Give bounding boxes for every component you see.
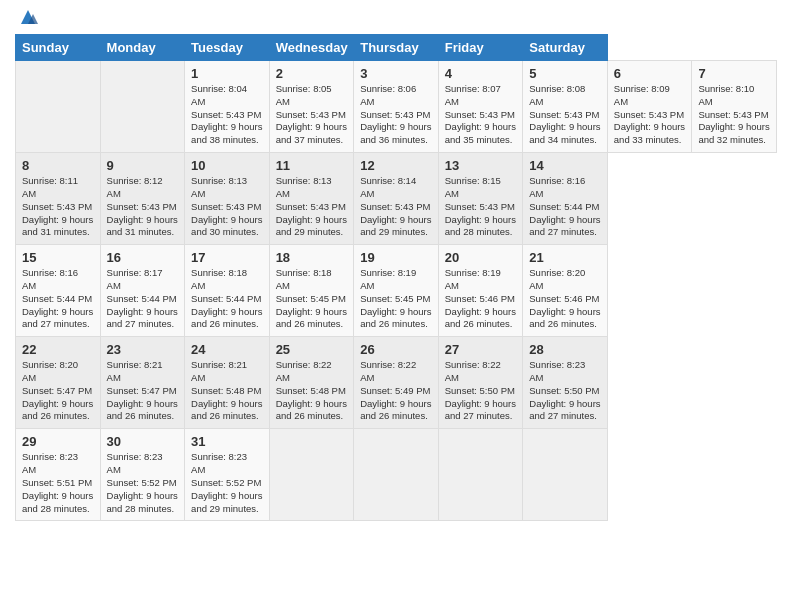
day-info: Sunrise: 8:23 AMSunset: 5:51 PMDaylight:… bbox=[22, 451, 93, 513]
calendar-week-5: 29 Sunrise: 8:23 AMSunset: 5:51 PMDaylig… bbox=[16, 429, 777, 521]
day-header-friday: Friday bbox=[438, 35, 523, 61]
calendar-week-2: 8 Sunrise: 8:11 AMSunset: 5:43 PMDayligh… bbox=[16, 153, 777, 245]
day-number: 23 bbox=[107, 342, 179, 357]
calendar-cell bbox=[269, 429, 354, 521]
calendar-cell bbox=[100, 61, 185, 153]
day-header-wednesday: Wednesday bbox=[269, 35, 354, 61]
calendar-cell: 30 Sunrise: 8:23 AMSunset: 5:52 PMDaylig… bbox=[100, 429, 185, 521]
day-number: 30 bbox=[107, 434, 179, 449]
calendar-cell bbox=[438, 429, 523, 521]
day-info: Sunrise: 8:17 AMSunset: 5:44 PMDaylight:… bbox=[107, 267, 178, 329]
day-number: 22 bbox=[22, 342, 94, 357]
calendar-cell: 20 Sunrise: 8:19 AMSunset: 5:46 PMDaylig… bbox=[438, 245, 523, 337]
day-number: 4 bbox=[445, 66, 517, 81]
calendar-cell: 15 Sunrise: 8:16 AMSunset: 5:44 PMDaylig… bbox=[16, 245, 101, 337]
day-info: Sunrise: 8:20 AMSunset: 5:47 PMDaylight:… bbox=[22, 359, 93, 421]
day-info: Sunrise: 8:19 AMSunset: 5:45 PMDaylight:… bbox=[360, 267, 431, 329]
day-header-thursday: Thursday bbox=[354, 35, 439, 61]
calendar-cell: 10 Sunrise: 8:13 AMSunset: 5:43 PMDaylig… bbox=[185, 153, 270, 245]
calendar-week-4: 22 Sunrise: 8:20 AMSunset: 5:47 PMDaylig… bbox=[16, 337, 777, 429]
day-number: 7 bbox=[698, 66, 770, 81]
calendar-cell bbox=[354, 429, 439, 521]
day-number: 15 bbox=[22, 250, 94, 265]
calendar-cell: 17 Sunrise: 8:18 AMSunset: 5:44 PMDaylig… bbox=[185, 245, 270, 337]
day-info: Sunrise: 8:21 AMSunset: 5:47 PMDaylight:… bbox=[107, 359, 178, 421]
calendar-week-3: 15 Sunrise: 8:16 AMSunset: 5:44 PMDaylig… bbox=[16, 245, 777, 337]
day-info: Sunrise: 8:06 AMSunset: 5:43 PMDaylight:… bbox=[360, 83, 431, 145]
day-info: Sunrise: 8:15 AMSunset: 5:43 PMDaylight:… bbox=[445, 175, 516, 237]
calendar-cell: 7 Sunrise: 8:10 AMSunset: 5:43 PMDayligh… bbox=[692, 61, 777, 153]
day-info: Sunrise: 8:22 AMSunset: 5:50 PMDaylight:… bbox=[445, 359, 516, 421]
day-info: Sunrise: 8:09 AMSunset: 5:43 PMDaylight:… bbox=[614, 83, 685, 145]
calendar-cell: 23 Sunrise: 8:21 AMSunset: 5:47 PMDaylig… bbox=[100, 337, 185, 429]
header bbox=[15, 10, 777, 28]
day-info: Sunrise: 8:22 AMSunset: 5:48 PMDaylight:… bbox=[276, 359, 347, 421]
calendar-cell: 6 Sunrise: 8:09 AMSunset: 5:43 PMDayligh… bbox=[607, 61, 692, 153]
day-info: Sunrise: 8:16 AMSunset: 5:44 PMDaylight:… bbox=[529, 175, 600, 237]
day-number: 13 bbox=[445, 158, 517, 173]
day-info: Sunrise: 8:23 AMSunset: 5:52 PMDaylight:… bbox=[191, 451, 262, 513]
calendar-header-row: SundayMondayTuesdayWednesdayThursdayFrid… bbox=[16, 35, 777, 61]
calendar-cell: 13 Sunrise: 8:15 AMSunset: 5:43 PMDaylig… bbox=[438, 153, 523, 245]
calendar-cell: 21 Sunrise: 8:20 AMSunset: 5:46 PMDaylig… bbox=[523, 245, 608, 337]
day-number: 1 bbox=[191, 66, 263, 81]
day-number: 10 bbox=[191, 158, 263, 173]
day-number: 2 bbox=[276, 66, 348, 81]
calendar-cell: 26 Sunrise: 8:22 AMSunset: 5:49 PMDaylig… bbox=[354, 337, 439, 429]
day-info: Sunrise: 8:18 AMSunset: 5:44 PMDaylight:… bbox=[191, 267, 262, 329]
day-number: 25 bbox=[276, 342, 348, 357]
day-number: 6 bbox=[614, 66, 686, 81]
calendar-cell: 2 Sunrise: 8:05 AMSunset: 5:43 PMDayligh… bbox=[269, 61, 354, 153]
calendar-cell: 5 Sunrise: 8:08 AMSunset: 5:43 PMDayligh… bbox=[523, 61, 608, 153]
day-number: 9 bbox=[107, 158, 179, 173]
day-number: 24 bbox=[191, 342, 263, 357]
day-info: Sunrise: 8:18 AMSunset: 5:45 PMDaylight:… bbox=[276, 267, 347, 329]
day-info: Sunrise: 8:05 AMSunset: 5:43 PMDaylight:… bbox=[276, 83, 347, 145]
day-info: Sunrise: 8:13 AMSunset: 5:43 PMDaylight:… bbox=[276, 175, 347, 237]
calendar-cell: 31 Sunrise: 8:23 AMSunset: 5:52 PMDaylig… bbox=[185, 429, 270, 521]
day-number: 18 bbox=[276, 250, 348, 265]
calendar-cell: 12 Sunrise: 8:14 AMSunset: 5:43 PMDaylig… bbox=[354, 153, 439, 245]
calendar-cell: 28 Sunrise: 8:23 AMSunset: 5:50 PMDaylig… bbox=[523, 337, 608, 429]
calendar-cell: 27 Sunrise: 8:22 AMSunset: 5:50 PMDaylig… bbox=[438, 337, 523, 429]
calendar-cell: 4 Sunrise: 8:07 AMSunset: 5:43 PMDayligh… bbox=[438, 61, 523, 153]
calendar-cell: 29 Sunrise: 8:23 AMSunset: 5:51 PMDaylig… bbox=[16, 429, 101, 521]
day-number: 11 bbox=[276, 158, 348, 173]
day-header-tuesday: Tuesday bbox=[185, 35, 270, 61]
day-info: Sunrise: 8:04 AMSunset: 5:43 PMDaylight:… bbox=[191, 83, 262, 145]
calendar-cell: 25 Sunrise: 8:22 AMSunset: 5:48 PMDaylig… bbox=[269, 337, 354, 429]
day-number: 12 bbox=[360, 158, 432, 173]
calendar-cell: 3 Sunrise: 8:06 AMSunset: 5:43 PMDayligh… bbox=[354, 61, 439, 153]
day-info: Sunrise: 8:10 AMSunset: 5:43 PMDaylight:… bbox=[698, 83, 769, 145]
calendar-week-1: 1 Sunrise: 8:04 AMSunset: 5:43 PMDayligh… bbox=[16, 61, 777, 153]
day-number: 17 bbox=[191, 250, 263, 265]
day-info: Sunrise: 8:20 AMSunset: 5:46 PMDaylight:… bbox=[529, 267, 600, 329]
calendar-cell: 22 Sunrise: 8:20 AMSunset: 5:47 PMDaylig… bbox=[16, 337, 101, 429]
day-number: 26 bbox=[360, 342, 432, 357]
calendar-cell bbox=[16, 61, 101, 153]
day-number: 31 bbox=[191, 434, 263, 449]
day-number: 3 bbox=[360, 66, 432, 81]
day-info: Sunrise: 8:13 AMSunset: 5:43 PMDaylight:… bbox=[191, 175, 262, 237]
day-info: Sunrise: 8:21 AMSunset: 5:48 PMDaylight:… bbox=[191, 359, 262, 421]
day-info: Sunrise: 8:23 AMSunset: 5:52 PMDaylight:… bbox=[107, 451, 178, 513]
day-info: Sunrise: 8:23 AMSunset: 5:50 PMDaylight:… bbox=[529, 359, 600, 421]
calendar-cell: 14 Sunrise: 8:16 AMSunset: 5:44 PMDaylig… bbox=[523, 153, 608, 245]
calendar-cell: 24 Sunrise: 8:21 AMSunset: 5:48 PMDaylig… bbox=[185, 337, 270, 429]
calendar-cell: 9 Sunrise: 8:12 AMSunset: 5:43 PMDayligh… bbox=[100, 153, 185, 245]
logo-icon bbox=[17, 6, 39, 28]
day-info: Sunrise: 8:11 AMSunset: 5:43 PMDaylight:… bbox=[22, 175, 93, 237]
calendar-cell: 19 Sunrise: 8:19 AMSunset: 5:45 PMDaylig… bbox=[354, 245, 439, 337]
day-number: 21 bbox=[529, 250, 601, 265]
calendar-cell: 1 Sunrise: 8:04 AMSunset: 5:43 PMDayligh… bbox=[185, 61, 270, 153]
day-header-saturday: Saturday bbox=[523, 35, 608, 61]
calendar-cell: 16 Sunrise: 8:17 AMSunset: 5:44 PMDaylig… bbox=[100, 245, 185, 337]
calendar-table: SundayMondayTuesdayWednesdayThursdayFrid… bbox=[15, 34, 777, 521]
day-info: Sunrise: 8:14 AMSunset: 5:43 PMDaylight:… bbox=[360, 175, 431, 237]
day-info: Sunrise: 8:22 AMSunset: 5:49 PMDaylight:… bbox=[360, 359, 431, 421]
calendar-cell bbox=[523, 429, 608, 521]
calendar-cell: 18 Sunrise: 8:18 AMSunset: 5:45 PMDaylig… bbox=[269, 245, 354, 337]
day-number: 8 bbox=[22, 158, 94, 173]
day-number: 16 bbox=[107, 250, 179, 265]
day-number: 14 bbox=[529, 158, 601, 173]
